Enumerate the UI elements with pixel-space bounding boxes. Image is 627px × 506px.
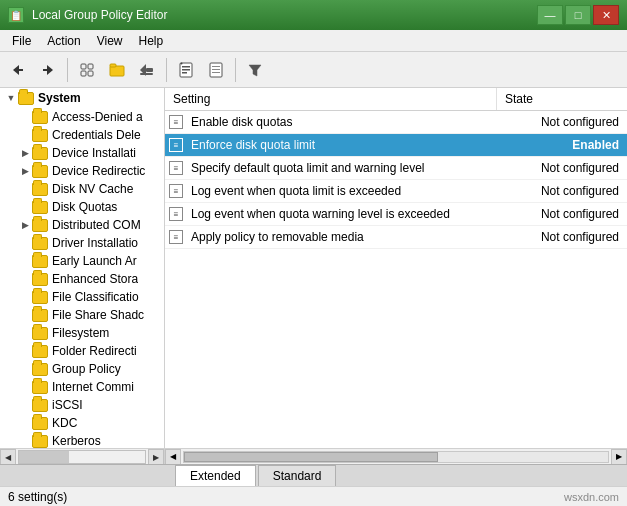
watermark: wsxdn.com — [564, 491, 619, 503]
list-button[interactable] — [202, 56, 230, 84]
h-scroll-left-btn[interactable]: ◀ — [165, 449, 181, 465]
h-scroll-right-btn[interactable]: ▶ — [611, 449, 627, 465]
tree-item-kdc[interactable]: KDC — [0, 414, 164, 432]
status-text: 6 setting(s) — [8, 490, 67, 504]
svg-rect-15 — [182, 69, 190, 71]
menu-view[interactable]: View — [89, 32, 131, 50]
svg-rect-12 — [140, 73, 153, 75]
tree-toggle[interactable]: ▶ — [18, 164, 32, 178]
tree-item-driver[interactable]: Driver Installatio — [0, 234, 164, 252]
svg-marker-2 — [47, 65, 53, 75]
tree-item-device-redir[interactable]: ▶ Device Redirectic — [0, 162, 164, 180]
tree-item-device-inst[interactable]: ▶ Device Installati — [0, 144, 164, 162]
col-header-setting: Setting — [165, 88, 497, 110]
table-header: Setting State — [165, 88, 627, 111]
row-state: Not configured — [497, 226, 627, 248]
table-row[interactable]: ≡ Apply policy to removable media Not co… — [165, 226, 627, 249]
svg-rect-19 — [212, 66, 220, 67]
tree-item-label: File Share Shadc — [52, 308, 144, 322]
back-button[interactable] — [4, 56, 32, 84]
tree-item-folder[interactable]: Folder Redirecti — [0, 342, 164, 360]
row-state: Not configured — [497, 157, 627, 179]
folder-icon — [32, 363, 48, 376]
menu-action[interactable]: Action — [39, 32, 88, 50]
tree-item-label: Filesystem — [52, 326, 109, 340]
tree-item-kerberos[interactable]: Kerberos — [0, 432, 164, 448]
tree-item-disknv[interactable]: Disk NV Cache — [0, 180, 164, 198]
tree-item-label: Kerberos — [52, 434, 101, 448]
tree-item-label: Internet Commi — [52, 380, 134, 394]
left-panel: ▼ System Access-Denied a Credentials Del… — [0, 88, 165, 464]
svg-rect-1 — [19, 69, 23, 71]
tree-item-diskquotas[interactable]: Disk Quotas — [0, 198, 164, 216]
folder-icon — [32, 255, 48, 268]
filter-button[interactable] — [241, 56, 269, 84]
tree-item-filesystem[interactable]: Filesystem — [0, 324, 164, 342]
tree-item-access-denied[interactable]: Access-Denied a — [0, 108, 164, 126]
tab-extended[interactable]: Extended — [175, 465, 256, 486]
tab-standard[interactable]: Standard — [258, 465, 337, 486]
row-policy-icon: ≡ — [169, 184, 183, 198]
up-button[interactable] — [73, 56, 101, 84]
properties-button[interactable] — [172, 56, 200, 84]
tree-root[interactable]: ▼ System — [0, 88, 164, 108]
table-row[interactable]: ≡ Specify default quota limit and warnin… — [165, 157, 627, 180]
title-bar: 📋 Local Group Policy Editor — □ ✕ — [0, 0, 627, 30]
tree-item-credentials[interactable]: Credentials Dele — [0, 126, 164, 144]
close-button[interactable]: ✕ — [593, 5, 619, 25]
table-row[interactable]: ≡ Log event when quota limit is exceeded… — [165, 180, 627, 203]
root-toggle[interactable]: ▼ — [4, 91, 18, 105]
scroll-left[interactable]: ◀ — [0, 449, 16, 464]
svg-rect-9 — [110, 64, 116, 67]
svg-rect-6 — [81, 71, 86, 76]
col-header-state: State — [497, 88, 627, 110]
h-scroll-thumb[interactable] — [184, 452, 438, 462]
tree-item-grouppolicy[interactable]: Group Policy — [0, 360, 164, 378]
tree-item-label: Credentials Dele — [52, 128, 141, 142]
menu-file[interactable]: File — [4, 32, 39, 50]
folder-icon — [32, 219, 48, 232]
svg-marker-0 — [13, 65, 19, 75]
folder-icon — [32, 165, 48, 178]
toolbar — [0, 52, 627, 88]
row-state: Not configured — [497, 111, 627, 133]
toolbar-separator-1 — [67, 58, 68, 82]
folder-icon — [32, 381, 48, 394]
tree-item-fileclass[interactable]: File Classificatio — [0, 288, 164, 306]
tree-toggle[interactable]: ▶ — [18, 146, 32, 160]
tabs-bar: Extended Standard — [0, 464, 627, 486]
folder-icon — [32, 237, 48, 250]
svg-rect-3 — [43, 69, 47, 71]
tree-toggle[interactable]: ▶ — [18, 218, 32, 232]
left-panel-scroll: ◀ ▶ — [0, 448, 164, 464]
table-row[interactable]: ≡ Log event when quota warning level is … — [165, 203, 627, 226]
row-setting-label: Log event when quota limit is exceeded — [187, 180, 497, 202]
table-row[interactable]: ≡ Enable disk quotas Not configured — [165, 111, 627, 134]
h-scroll-track[interactable] — [183, 451, 609, 463]
tree-item-internet[interactable]: Internet Commi — [0, 378, 164, 396]
right-panel: Setting State ≡ Enable disk quotas Not c… — [165, 88, 627, 464]
tree-item-label: File Classificatio — [52, 290, 139, 304]
tree-item-enhanced[interactable]: Enhanced Stora — [0, 270, 164, 288]
root-label: System — [38, 91, 81, 105]
folder-icon — [32, 327, 48, 340]
folder-icon — [32, 309, 48, 322]
maximize-button[interactable]: □ — [565, 5, 591, 25]
row-policy-icon: ≡ — [169, 138, 183, 152]
scroll-right[interactable]: ▶ — [148, 449, 164, 464]
minimize-button[interactable]: — — [537, 5, 563, 25]
tree-item-label: Distributed COM — [52, 218, 141, 232]
folder-button[interactable] — [103, 56, 131, 84]
table-row[interactable]: ≡ Enforce disk quota limit Enabled — [165, 134, 627, 157]
settings-table: Setting State ≡ Enable disk quotas Not c… — [165, 88, 627, 448]
tree-item-iscsi[interactable]: iSCSI — [0, 396, 164, 414]
menu-help[interactable]: Help — [131, 32, 172, 50]
folder-icon — [32, 417, 48, 430]
back2-button[interactable] — [133, 56, 161, 84]
tree-item-earlylaunch[interactable]: Early Launch Ar — [0, 252, 164, 270]
forward-button[interactable] — [34, 56, 62, 84]
tree-item-distributed[interactable]: ▶ Distributed COM — [0, 216, 164, 234]
tree-item-fileshare[interactable]: File Share Shadc — [0, 306, 164, 324]
tree-scroll[interactable]: ▼ System Access-Denied a Credentials Del… — [0, 88, 164, 448]
tree-item-label: iSCSI — [52, 398, 83, 412]
